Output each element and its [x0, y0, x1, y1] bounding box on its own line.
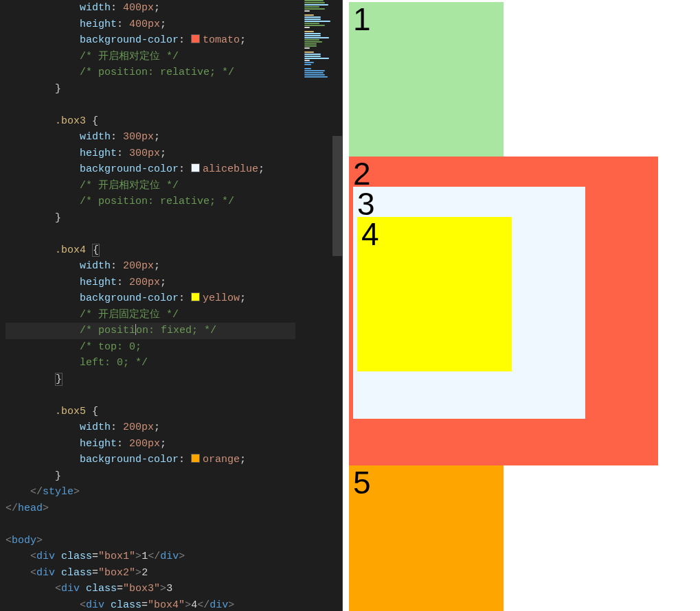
code-line[interactable]: /* position: relative; */ — [5, 194, 295, 210]
minimap-line — [304, 0, 324, 1]
minimap-line — [304, 16, 321, 18]
code-line[interactable]: background-color: orange; — [5, 452, 295, 468]
preview-box-2: 2 3 4 — [349, 157, 658, 465]
minimap-line — [304, 21, 330, 22]
code-line[interactable]: <div class="box2">2 — [5, 565, 295, 581]
preview-box-3: 3 4 — [353, 187, 585, 419]
minimap[interactable] — [301, 0, 342, 611]
minimap-line — [304, 27, 310, 28]
code-line[interactable]: /* position: fixed; */ — [5, 323, 295, 339]
minimap-line — [304, 4, 328, 5]
preview-body: 1 2 3 4 5 — [343, 0, 700, 611]
minimap-line — [304, 72, 324, 73]
editor-pane[interactable]: width: 400px; height: 400px; background-… — [0, 0, 342, 611]
minimap-line — [304, 8, 325, 10]
code-line[interactable] — [5, 97, 295, 113]
preview-box-5: 5 — [349, 465, 504, 611]
minimap-line — [304, 31, 314, 32]
code-line[interactable]: </style> — [5, 484, 295, 500]
minimap-line — [304, 45, 317, 47]
code-line[interactable]: <div class="box1">1</div> — [5, 549, 295, 565]
code-line[interactable]: } — [5, 371, 295, 388]
minimap-line — [304, 74, 325, 76]
code-line[interactable]: <body> — [5, 533, 295, 549]
minimap-line — [304, 23, 319, 24]
minimap-line — [304, 6, 319, 8]
code-line[interactable]: .box3 { — [5, 113, 295, 130]
browser-preview-pane[interactable]: 1 2 3 4 5 — [342, 0, 700, 611]
minimap-line — [304, 47, 310, 49]
code-line[interactable]: <div class="box3">3 — [5, 581, 295, 597]
minimap-line — [304, 25, 325, 26]
code-line[interactable]: background-color: aliceblue; — [5, 161, 295, 178]
code-line[interactable]: } — [5, 81, 295, 97]
minimap-line — [304, 37, 329, 38]
minimap-line — [304, 35, 321, 36]
code-area[interactable]: width: 400px; height: 400px; background-… — [0, 0, 301, 611]
minimap-line — [304, 2, 325, 3]
code-line[interactable]: <div class="box4">4</div> — [5, 597, 295, 612]
code-line[interactable]: width: 200px; — [5, 258, 295, 275]
minimap-line — [304, 64, 311, 65]
code-line[interactable]: background-color: yellow; — [5, 290, 295, 307]
code-line[interactable]: } — [5, 468, 295, 485]
code-line[interactable]: /* top: 0; — [5, 339, 295, 356]
code-line[interactable]: </head> — [5, 500, 295, 517]
minimap-line — [304, 76, 328, 78]
code-line[interactable]: /* 开启固定定位 */ — [5, 307, 295, 323]
minimap-line — [304, 56, 321, 57]
code-line[interactable]: /* 开启相对定位 */ — [5, 178, 295, 194]
scrollbar-thumb[interactable] — [332, 136, 342, 256]
minimap-line — [304, 68, 311, 69]
code-line[interactable]: height: 300px; — [5, 146, 295, 162]
minimap-line — [304, 43, 317, 45]
minimap-line — [304, 19, 321, 20]
code-line[interactable]: width: 400px; — [5, 0, 295, 16]
minimap-line — [304, 70, 325, 71]
code-line[interactable]: } — [5, 210, 295, 227]
minimap-line — [304, 33, 321, 34]
minimap-line — [304, 14, 314, 16]
minimap-line — [304, 62, 314, 63]
minimap-line — [304, 41, 322, 43]
code-line[interactable]: /* position: relative; */ — [5, 65, 295, 81]
preview-box-4: 4 — [357, 217, 512, 371]
minimap-line — [304, 51, 314, 53]
minimap-line — [304, 39, 319, 41]
code-line[interactable]: .box5 { — [5, 404, 295, 420]
code-line[interactable] — [5, 516, 295, 533]
code-line[interactable]: width: 300px; — [5, 129, 295, 146]
code-line[interactable]: .box4 { — [5, 242, 295, 259]
code-line[interactable]: height: 200px; — [5, 436, 295, 452]
code-line[interactable]: height: 400px; — [5, 16, 295, 33]
code-line[interactable]: /* 开启相对定位 */ — [5, 49, 295, 65]
minimap-line — [304, 60, 310, 61]
code-line[interactable]: background-color: tomato; — [5, 32, 295, 49]
code-line[interactable] — [5, 387, 295, 404]
minimap-line — [304, 58, 329, 59]
code-line[interactable]: width: 200px; — [5, 419, 295, 436]
code-line[interactable] — [5, 226, 295, 242]
preview-box-1: 1 — [349, 2, 504, 157]
code-line[interactable]: height: 200px; — [5, 275, 295, 291]
minimap-line — [304, 54, 321, 55]
minimap-line — [304, 10, 310, 12]
code-line[interactable]: left: 0; */ — [5, 355, 295, 371]
